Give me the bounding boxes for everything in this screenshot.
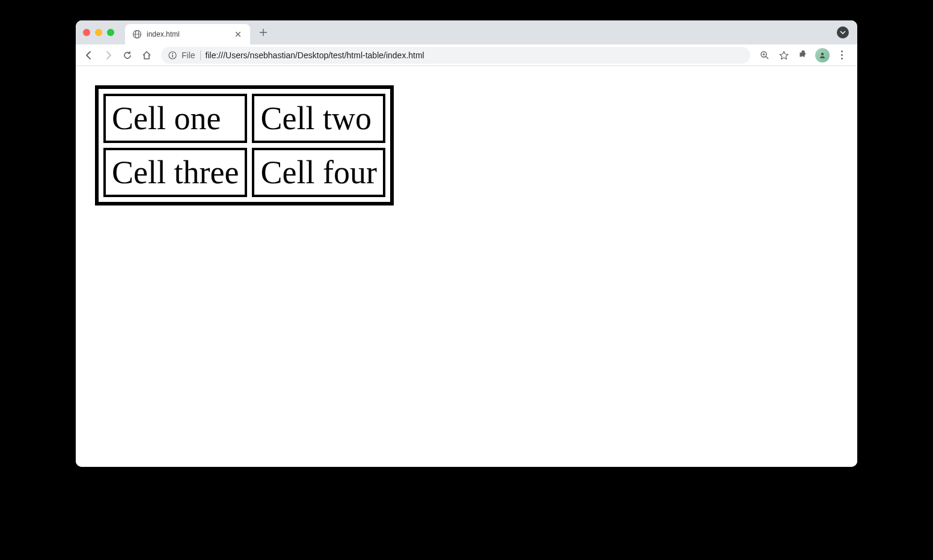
demo-table: Cell one Cell two Cell three Cell four bbox=[95, 85, 394, 205]
globe-icon bbox=[132, 29, 142, 39]
new-tab-button[interactable] bbox=[255, 24, 272, 41]
url-path: file:///Users/nsebhastian/Desktop/test/h… bbox=[206, 50, 424, 60]
search-tabs-button[interactable] bbox=[837, 26, 849, 38]
vertical-dots-icon bbox=[841, 50, 843, 59]
browser-tab[interactable]: index.html bbox=[125, 24, 250, 44]
zoom-icon[interactable] bbox=[756, 47, 773, 64]
bookmark-icon[interactable] bbox=[775, 47, 792, 64]
kebab-menu-button[interactable] bbox=[833, 47, 850, 64]
table-row: Cell one Cell two bbox=[103, 94, 385, 143]
forward-button[interactable] bbox=[100, 47, 117, 64]
table-cell: Cell one bbox=[103, 94, 247, 143]
close-window-button[interactable] bbox=[83, 29, 90, 36]
home-button[interactable] bbox=[138, 47, 155, 64]
site-info-icon[interactable] bbox=[168, 51, 177, 59]
svg-point-9 bbox=[172, 53, 173, 54]
table-cell: Cell three bbox=[103, 148, 247, 197]
table-cell: Cell two bbox=[252, 94, 385, 143]
table-row: Cell three Cell four bbox=[103, 148, 385, 197]
close-tab-button[interactable] bbox=[233, 29, 243, 39]
page-content: Cell one Cell two Cell three Cell four bbox=[76, 66, 857, 467]
back-button[interactable] bbox=[81, 47, 97, 64]
url-bar[interactable]: File file:///Users/nsebhastian/Desktop/t… bbox=[161, 47, 750, 64]
extensions-icon[interactable] bbox=[795, 47, 812, 64]
address-bar: File file:///Users/nsebhastian/Desktop/t… bbox=[76, 44, 857, 66]
minimize-window-button[interactable] bbox=[95, 29, 102, 36]
maximize-window-button[interactable] bbox=[107, 29, 114, 36]
url-scheme-label: File bbox=[182, 50, 201, 60]
profile-avatar[interactable] bbox=[814, 47, 831, 64]
window-controls bbox=[83, 29, 114, 36]
svg-line-11 bbox=[766, 56, 768, 59]
avatar-icon bbox=[815, 48, 830, 62]
browser-window: index.html bbox=[76, 20, 857, 467]
reload-button[interactable] bbox=[119, 47, 136, 64]
toolbar-right bbox=[756, 47, 852, 64]
tab-title: index.html bbox=[147, 30, 228, 38]
svg-point-14 bbox=[821, 52, 824, 55]
tab-bar: index.html bbox=[76, 20, 857, 44]
table-cell: Cell four bbox=[252, 148, 385, 197]
